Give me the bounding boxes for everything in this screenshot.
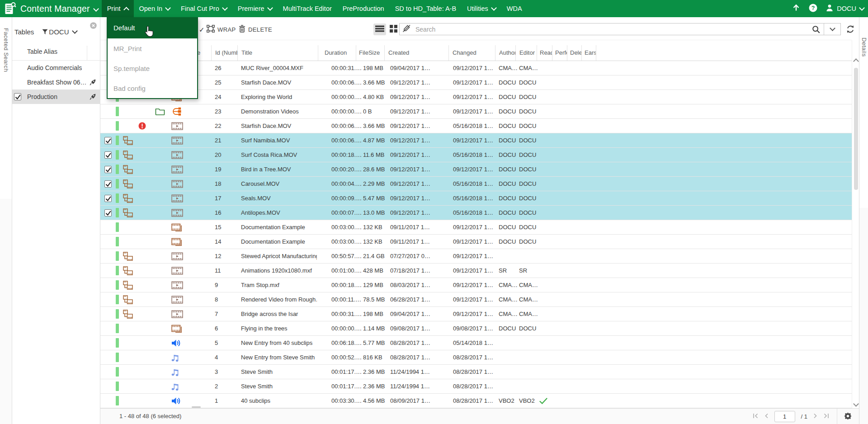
close-panel-button[interactable] xyxy=(90,22,97,31)
cell-filesize: 28.6 MB xyxy=(363,162,385,176)
table-row-7[interactable]: 7Bridge across the Isar00:00:31.…198 MB0… xyxy=(100,307,852,321)
chevron-down-icon[interactable] xyxy=(72,28,78,34)
clear-filter-icon[interactable] xyxy=(402,24,411,34)
table-row-23[interactable]: 23Demonstration Videos00:00:00.…0 B09/12… xyxy=(100,104,852,119)
cell-title: Demonstration Videos xyxy=(241,104,317,118)
settings-button[interactable] xyxy=(844,412,852,422)
chevron-up-icon xyxy=(123,7,129,13)
tables-filter-value[interactable]: DOCU xyxy=(49,28,69,36)
scroll-down-icon[interactable] xyxy=(853,401,859,407)
list-view-toggle[interactable] xyxy=(373,24,386,35)
menu-sd-to-hd-table-a-b[interactable]: SD to HD_Table: A-B xyxy=(390,0,462,17)
details-tab[interactable]: Details xyxy=(859,17,868,424)
row-checkbox[interactable] xyxy=(104,151,112,159)
horizontal-scrollbar-thumb[interactable] xyxy=(192,406,201,408)
table-row-17[interactable]: 17Seals.MOV00:00:09.…5.47 MB09/12/2017 1… xyxy=(100,191,852,206)
column-header-id[interactable]: Id (Number) xyxy=(211,45,237,61)
table-row-8[interactable]: 8Rendered Video from Rough…00:00:11.…78.… xyxy=(100,292,852,307)
search-input[interactable] xyxy=(415,25,812,33)
print-menu-item-sp-template[interactable]: Sp.template xyxy=(108,58,197,78)
upload-button[interactable] xyxy=(792,4,800,14)
column-header-title[interactable]: Title xyxy=(237,45,318,61)
menu-multitrack-editor[interactable]: MultiTrack Editor xyxy=(278,0,337,17)
table-row-22[interactable]: 22Starfish Dace.MOV00:00:06.…3.66 MB09/1… xyxy=(100,119,852,133)
table-alias-row-audio-commercials[interactable]: Audio Commercials xyxy=(12,61,100,75)
table-alias-column-header[interactable]: Table Alias xyxy=(27,48,57,55)
row-checkbox[interactable] xyxy=(104,209,112,217)
column-header-author[interactable]: Author xyxy=(495,45,515,61)
grid-view-icon xyxy=(390,25,397,34)
table-row-11[interactable]: 11Animations 1920x1080.mxf00:01:00.…428 … xyxy=(100,264,852,278)
rocket-icon[interactable] xyxy=(89,79,96,87)
cell-changed: 09/12/2017 1… xyxy=(453,292,493,306)
app-title-chevron[interactable] xyxy=(94,5,98,13)
row-checkbox[interactable] xyxy=(104,166,112,173)
table-row-21[interactable]: 21Surf Namibia.MOV00:00:06.…4.87 MB09/12… xyxy=(100,133,852,148)
table-row-1[interactable]: 140 subclips00:03:30.…4.56 MB08/09/2017 … xyxy=(100,394,852,408)
rocket-icon[interactable] xyxy=(89,93,96,102)
cell-editor: DOCU xyxy=(519,235,536,249)
grid-view-toggle[interactable] xyxy=(387,24,400,35)
menu-utilities[interactable]: Utilities xyxy=(462,0,501,17)
table-alias-row-production[interactable]: Production xyxy=(12,90,100,104)
column-header-changed[interactable]: Changed xyxy=(448,45,495,61)
wrap-button[interactable]: WRAP xyxy=(207,25,236,34)
table-row-18[interactable]: 18Carousel.MOV00:00:04.…2.29 MB09/12/201… xyxy=(100,177,852,191)
scroll-up-icon[interactable] xyxy=(853,58,859,64)
row-checkbox[interactable] xyxy=(104,195,112,202)
row-status-bar xyxy=(116,136,119,145)
cell-id: 15 xyxy=(215,220,221,234)
table-row-3[interactable]: 3Steve Smith00:01:17.…2.36 MB11/24/1994 … xyxy=(100,365,852,379)
print-menu-item-mr-print[interactable]: MR_Print xyxy=(108,38,197,58)
column-header-perfe[interactable]: Perfe xyxy=(552,45,567,61)
last-page-button[interactable] xyxy=(823,412,829,420)
table-row-5[interactable]: 5New Entry from 40 subclips00:06:18.…5.7… xyxy=(100,336,852,350)
table-row-25[interactable]: 25Starfish Dace.MOV00:00:06.…3.66 MB09/1… xyxy=(100,75,852,90)
column-header-delet[interactable]: Delet xyxy=(567,45,581,61)
table-row-12[interactable]: 12Stewed Apricot Manufacturing00:50:57.…… xyxy=(100,249,852,264)
column-header-editor[interactable]: Editor xyxy=(515,45,537,61)
column-header-read[interactable]: Read xyxy=(537,45,552,61)
table-row-20[interactable]: 20Surf Costa Rica.MOV00:00:18.…11.6 MB09… xyxy=(100,148,852,162)
table-row-14[interactable]: 14Documentation Example00:03:00.…132 KB0… xyxy=(100,235,852,249)
next-page-button[interactable] xyxy=(813,412,817,420)
column-header-type-fragment[interactable]: e xyxy=(197,45,205,61)
scrollbar-thumb[interactable] xyxy=(854,68,858,190)
delete-button[interactable]: DELETE xyxy=(239,25,272,34)
table-row-26[interactable]: 26MUC River_00004.MXF00:00:31.…198 MB09/… xyxy=(100,61,852,75)
help-button[interactable]: ? xyxy=(809,4,817,14)
column-header-filesize[interactable]: FileSize xyxy=(356,45,384,61)
row-checkbox[interactable] xyxy=(104,137,112,144)
table-row-6[interactable]: 6Flying in the trees00:00:00.…1.14 MB09/… xyxy=(100,321,852,336)
table-row-2[interactable]: 2Steve Smith00:01:17.…2.36 MB11/24/1994 … xyxy=(100,379,852,394)
print-menu-item-bad-config[interactable]: Bad config xyxy=(108,78,197,98)
first-page-button[interactable] xyxy=(753,412,759,420)
vertical-scrollbar[interactable] xyxy=(852,40,859,408)
table-alias-row-breakfast-show-06[interactable]: Breakfast Show 06… xyxy=(12,75,100,90)
table-row-9[interactable]: 9Tram Stop.mxf00:00:18.…129 MB08/03/2017… xyxy=(100,278,852,292)
menu-open-in[interactable]: Open In xyxy=(134,0,176,17)
search-options-dropdown[interactable] xyxy=(824,24,840,35)
row-checkbox[interactable] xyxy=(104,180,112,188)
menu-wda[interactable]: WDA xyxy=(501,0,528,17)
column-header-ears[interactable]: Ears xyxy=(581,45,596,61)
cell-created: 09/11/2017 1… xyxy=(390,220,430,234)
table-row-16[interactable]: 16Antilopes.MOV00:00:07.…13.0 MB09/12/20… xyxy=(100,206,852,220)
table-row-15[interactable]: 15Documentation Example00:03:00.…132 KB0… xyxy=(100,220,852,235)
menu-final-cut-pro[interactable]: Final Cut Pro xyxy=(175,0,232,17)
menu-preproduction[interactable]: PreProduction xyxy=(337,0,390,17)
column-header-created[interactable]: Created xyxy=(384,45,448,61)
refresh-button[interactable] xyxy=(846,25,855,35)
table-row-19[interactable]: 19Bird in a Tree.MOV00:00:20.…28.6 MB09/… xyxy=(100,162,852,177)
column-header-duration[interactable]: Duration xyxy=(318,45,356,61)
user-menu[interactable]: DOCU xyxy=(826,4,864,13)
faceted-search-tab[interactable]: Faceted Search xyxy=(0,17,12,424)
previous-page-button[interactable] xyxy=(764,412,769,420)
table-row-24[interactable]: 24Exploring the World00:00:00.…4.80 KB09… xyxy=(100,90,852,104)
row-checkbox[interactable] xyxy=(14,93,21,100)
menu-print[interactable]: Print xyxy=(102,0,134,17)
table-row-4[interactable]: 4New Entry from Steve Smith00:00:52.…816… xyxy=(100,350,852,365)
search-icon[interactable] xyxy=(812,25,820,33)
menu-premiere[interactable]: Premiere xyxy=(232,0,278,17)
page-number-input[interactable] xyxy=(774,411,795,422)
